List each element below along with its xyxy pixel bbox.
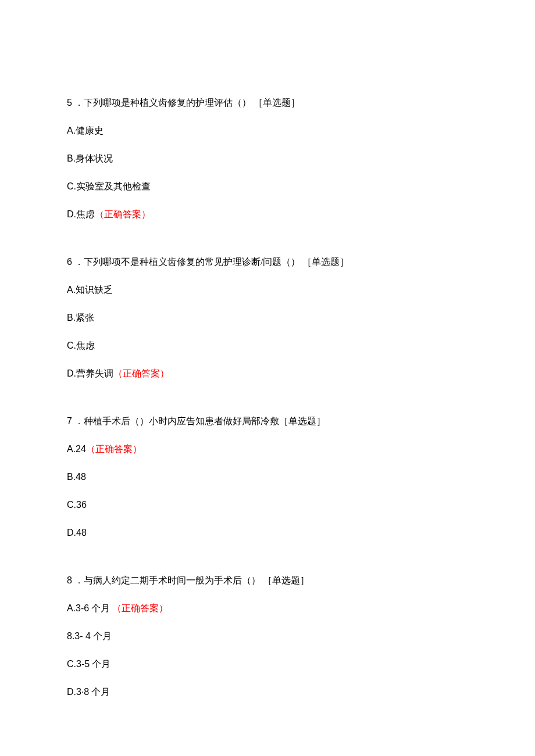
question-number: 6 [67, 257, 72, 267]
option-text: 紧张 [76, 313, 94, 323]
option-label: 8.3- 4 [67, 631, 91, 641]
option-b: B.48 [67, 470, 468, 484]
option-text: 焦虑 [76, 341, 95, 350]
option-text: 知识缺乏 [76, 285, 113, 295]
option-c: C.3-5 个月 [67, 657, 468, 671]
option-label: D. [67, 209, 76, 219]
option-label: A.24 [67, 444, 86, 454]
option-label: B. [67, 313, 76, 323]
option-b: 8.3- 4 个月 [67, 629, 468, 643]
option-label: A. [67, 126, 76, 135]
question-number: 5 [67, 98, 72, 108]
option-text: 实验室及其他检查 [76, 181, 151, 191]
option-text: 营养失调 [76, 368, 113, 378]
option-text: 个月 [91, 631, 112, 641]
option-label: B. [67, 153, 76, 163]
option-c: C.实验室及其他检查 [67, 180, 468, 194]
question-stem: 6 ．下列哪项不是种植义齿修复的常见护理诊断/问题（） ［单选题］ [67, 255, 468, 269]
correct-marker: （正确答案） [86, 444, 142, 454]
option-text: 个月 [89, 687, 110, 697]
option-label: C. [67, 181, 76, 191]
option-d: D.48 [67, 526, 468, 540]
question-text: ．下列哪项是种植义齿修复的护理评估（） ［单选题］ [72, 98, 300, 108]
question-stem: 5 ．下列哪项是种植义齿修复的护理评估（） ［单选题］ [67, 96, 468, 110]
question-number: 8 [67, 575, 72, 585]
option-text: 身体状况 [76, 153, 113, 163]
option-d: D.焦虑（正确答案） [67, 207, 468, 221]
option-label: C.3-5 [67, 659, 90, 669]
correct-marker: （正确答案） [112, 603, 168, 613]
option-label: D. [67, 368, 76, 378]
option-c: C.36 [67, 498, 468, 512]
question-5: 5 ．下列哪项是种植义齿修复的护理评估（） ［单选题］ A.健康史 B.身体状况… [67, 96, 468, 221]
question-8: 8 ．与病人约定二期手术时间一般为手术后（） ［单选题］ A.3-6 个月 （正… [67, 574, 468, 699]
question-7: 7 ．种植手术后（）小时内应告知患者做好局部冷敷［单选题］ A.24（正确答案）… [67, 414, 468, 540]
option-text: 个月 [89, 603, 112, 613]
document-page: 5 ．下列哪项是种植义齿修复的护理评估（） ［单选题］ A.健康史 B.身体状况… [0, 0, 535, 756]
option-d: D.3·8 个月 [67, 685, 468, 699]
option-label: C. [67, 341, 76, 350]
option-text: 焦虑 [76, 209, 95, 219]
option-a: A.知识缺乏 [67, 283, 468, 297]
option-c: C.焦虑 [67, 339, 468, 353]
correct-marker: （正确答案） [113, 368, 169, 378]
question-number: 7 [67, 416, 72, 426]
option-a: A.3-6 个月 （正确答案） [67, 601, 468, 615]
option-label: C.36 [67, 500, 87, 510]
option-label: B.48 [67, 472, 86, 482]
option-d: D.营养失调（正确答案） [67, 367, 468, 381]
option-b: B.紧张 [67, 311, 468, 325]
question-text: ．种植手术后（）小时内应告知患者做好局部冷敷［单选题］ [72, 416, 326, 426]
correct-marker: （正确答案） [95, 209, 151, 219]
option-a: A.健康史 [67, 124, 468, 138]
option-a: A.24（正确答案） [67, 442, 468, 456]
option-text: 个月 [90, 659, 110, 669]
question-stem: 7 ．种植手术后（）小时内应告知患者做好局部冷敷［单选题］ [67, 414, 468, 428]
question-6: 6 ．下列哪项不是种植义齿修复的常见护理诊断/问题（） ［单选题］ A.知识缺乏… [67, 255, 468, 381]
option-label: A.3-6 [67, 603, 89, 613]
question-text: ．与病人约定二期手术时间一般为手术后（） ［单选题］ [72, 575, 309, 585]
option-text: 健康史 [76, 126, 104, 135]
question-stem: 8 ．与病人约定二期手术时间一般为手术后（） ［单选题］ [67, 574, 468, 587]
option-label: D.3·8 [67, 687, 89, 697]
question-text: ．下列哪项不是种植义齿修复的常见护理诊断/问题（） ［单选题］ [72, 257, 349, 267]
option-b: B.身体状况 [67, 152, 468, 166]
option-label: A. [67, 285, 76, 295]
option-label: D.48 [67, 528, 87, 538]
